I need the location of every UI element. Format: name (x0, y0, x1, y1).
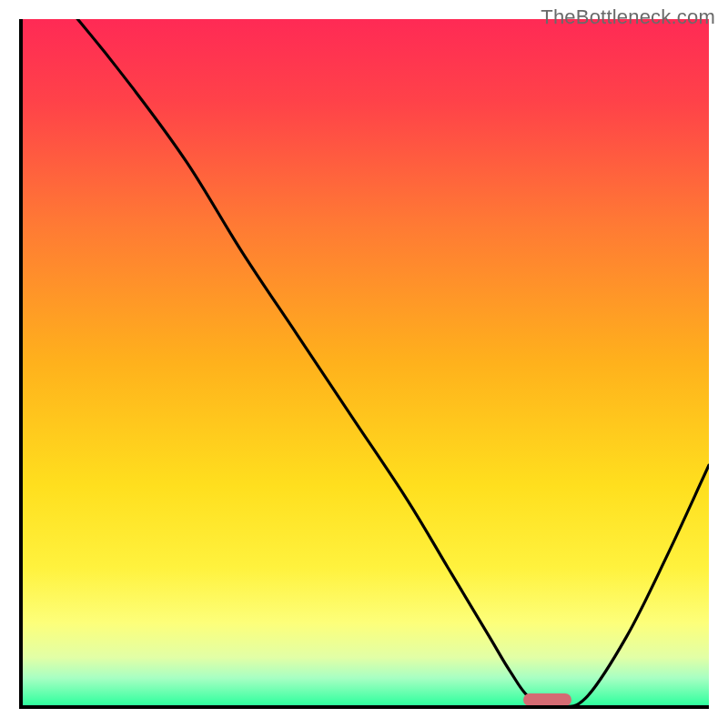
watermark-label: TheBottleneck.com (541, 5, 715, 29)
chart-axes (19, 19, 709, 709)
chart-container: TheBottleneck.com (0, 0, 728, 728)
